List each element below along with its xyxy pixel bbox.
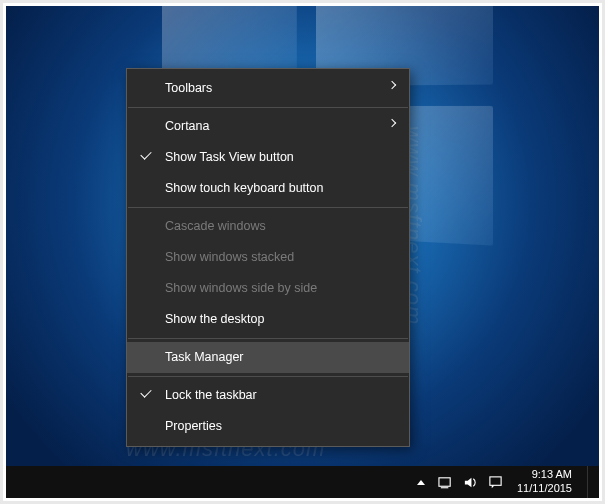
svg-rect-1 xyxy=(441,487,449,488)
menu-item-cortana[interactable]: Cortana xyxy=(127,111,409,142)
menu-separator xyxy=(128,376,408,377)
clock-date: 11/11/2015 xyxy=(517,482,572,496)
svg-rect-0 xyxy=(439,477,450,485)
menu-separator xyxy=(128,107,408,108)
menu-item-label: Show the desktop xyxy=(165,312,264,326)
svg-marker-4 xyxy=(492,485,495,488)
check-icon xyxy=(140,386,151,397)
menu-item-label: Show windows stacked xyxy=(165,250,294,264)
menu-item-show-windows-stacked: Show windows stacked xyxy=(127,242,409,273)
screenshot-frame: www.msftnext.com www.msftnext.com Toolba… xyxy=(0,0,605,504)
menu-item-show-the-desktop[interactable]: Show the desktop xyxy=(127,304,409,335)
chevron-right-icon xyxy=(388,81,396,89)
clock-time: 9:13 AM xyxy=(517,468,572,482)
svg-marker-2 xyxy=(465,477,472,486)
action-center-icon[interactable] xyxy=(488,474,504,490)
desktop-wallpaper[interactable]: www.msftnext.com www.msftnext.com Toolba… xyxy=(6,6,599,498)
tray-overflow-icon[interactable] xyxy=(413,474,429,490)
chevron-right-icon xyxy=(388,119,396,127)
menu-item-label: Cortana xyxy=(165,119,209,133)
check-icon xyxy=(140,148,151,159)
taskbar-context-menu: Toolbars Cortana Show Task View button S… xyxy=(126,68,410,447)
menu-item-label: Properties xyxy=(165,419,222,433)
menu-item-label: Task Manager xyxy=(165,350,244,364)
svg-rect-3 xyxy=(490,476,501,484)
taskbar-clock[interactable]: 9:13 AM 11/11/2015 xyxy=(513,468,572,496)
menu-item-show-task-view[interactable]: Show Task View button xyxy=(127,142,409,173)
menu-item-label: Toolbars xyxy=(165,81,212,95)
volume-icon[interactable] xyxy=(463,474,479,490)
menu-item-label: Show Task View button xyxy=(165,150,294,164)
menu-item-label: Lock the taskbar xyxy=(165,388,257,402)
taskbar[interactable]: 9:13 AM 11/11/2015 xyxy=(6,466,599,498)
menu-item-properties[interactable]: Properties xyxy=(127,411,409,442)
menu-item-label: Cascade windows xyxy=(165,219,266,233)
menu-separator xyxy=(128,207,408,208)
menu-item-task-manager[interactable]: Task Manager xyxy=(127,342,409,373)
network-icon[interactable] xyxy=(438,474,454,490)
menu-separator xyxy=(128,338,408,339)
menu-item-toolbars[interactable]: Toolbars xyxy=(127,73,409,104)
menu-item-label: Show touch keyboard button xyxy=(165,181,323,195)
menu-item-lock-the-taskbar[interactable]: Lock the taskbar xyxy=(127,380,409,411)
menu-item-show-windows-side-by-side: Show windows side by side xyxy=(127,273,409,304)
show-desktop-button[interactable] xyxy=(587,466,593,498)
system-tray: 9:13 AM 11/11/2015 xyxy=(413,466,593,498)
menu-item-show-touch-keyboard[interactable]: Show touch keyboard button xyxy=(127,173,409,204)
menu-item-label: Show windows side by side xyxy=(165,281,317,295)
menu-item-cascade-windows: Cascade windows xyxy=(127,211,409,242)
